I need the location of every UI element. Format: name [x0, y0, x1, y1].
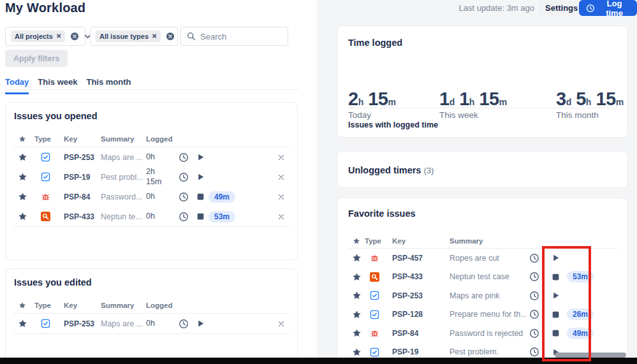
issue-key[interactable]: PSP-19	[384, 347, 444, 356]
stat-unit: d	[450, 97, 455, 107]
chip-remove-icon[interactable]: ✕	[56, 33, 61, 40]
play-icon[interactable]	[192, 172, 209, 182]
column-summary: Summary	[444, 237, 526, 245]
settings-button[interactable]: Settings	[538, 1, 585, 15]
issue-key[interactable]: PSP-253	[60, 153, 101, 162]
stat-this-week: 1d1h15m This week	[439, 89, 507, 120]
chip-remove-icon[interactable]: ✕	[152, 33, 157, 40]
issue-key[interactable]: PSP-19	[60, 173, 101, 182]
log-time-icon[interactable]	[526, 291, 543, 301]
issue-type-filter-chip[interactable]: All issue types ✕	[96, 31, 161, 42]
stat-value: 1	[459, 89, 469, 109]
column-type: Type	[365, 237, 384, 245]
log-time-icon[interactable]	[526, 328, 543, 339]
star-icon[interactable]	[14, 319, 31, 328]
issue-summary[interactable]: Ropes are cut	[444, 254, 526, 263]
issue-summary[interactable]: Maps are ...	[101, 153, 146, 162]
log-time-icon[interactable]	[175, 152, 192, 163]
tab-this-month[interactable]: This month	[86, 77, 131, 94]
issue-key[interactable]: PSP-253	[384, 291, 444, 300]
issue-summary[interactable]: Neptun test case	[444, 272, 526, 281]
project-filter-chip[interactable]: All projects ✕	[11, 31, 65, 42]
column-summary: Summary	[101, 302, 146, 309]
stat-value: 3	[556, 89, 566, 109]
issue-key[interactable]: PSP-433	[60, 212, 101, 221]
issue-summary[interactable]: Pest problem.	[444, 347, 526, 356]
log-time-icon[interactable]	[175, 172, 192, 182]
stat-unit: m	[616, 97, 624, 107]
star-icon[interactable]	[348, 253, 365, 263]
star-icon[interactable]	[348, 272, 365, 282]
task-icon	[31, 172, 60, 182]
search-icon	[187, 32, 196, 41]
clear-icon[interactable]	[166, 32, 175, 41]
issue-summary[interactable]: Neptun te...	[101, 212, 146, 221]
issues-edited-card: Issues you edited Type Key Summary Logge…	[5, 268, 298, 364]
issue-type-filter-select[interactable]: All issue types ✕	[90, 27, 178, 46]
stop-icon[interactable]	[192, 212, 209, 221]
log-time-icon[interactable]	[175, 319, 192, 329]
column-type: Type	[31, 135, 60, 143]
close-icon[interactable]	[274, 173, 289, 181]
star-icon[interactable]	[348, 310, 365, 319]
issue-summary[interactable]: Password...	[101, 193, 146, 201]
close-icon[interactable]	[274, 213, 289, 221]
star-icon[interactable]	[14, 192, 31, 201]
search-box[interactable]	[180, 27, 288, 46]
project-filter-chip-label: All projects	[15, 33, 53, 40]
clear-icon[interactable]	[70, 32, 79, 41]
star-column-icon	[14, 302, 31, 309]
log-time-icon[interactable]	[526, 347, 543, 357]
issues-opened-card: Issues you opened Type Key Summary Logge…	[5, 102, 298, 260]
search-input[interactable]	[200, 32, 277, 41]
close-icon[interactable]	[274, 154, 289, 161]
log-time-icon[interactable]	[526, 272, 543, 282]
issue-key[interactable]: PSP-128	[384, 310, 444, 319]
apply-filters-button[interactable]: Apply filters	[5, 50, 68, 67]
log-time-icon[interactable]	[175, 192, 192, 202]
log-time-icon[interactable]	[175, 212, 192, 222]
project-filter-select[interactable]: All projects ✕	[5, 27, 85, 46]
table-row: PSP-253 Maps are ... 0h	[14, 314, 289, 333]
star-icon[interactable]	[14, 152, 31, 162]
unlogged-timers-count: (3)	[423, 166, 434, 175]
star-icon[interactable]	[348, 347, 365, 357]
table-header: Type Key Summary Logged	[14, 298, 289, 313]
close-icon[interactable]	[274, 193, 289, 201]
logged-value: 0h	[146, 152, 175, 163]
issue-summary[interactable]: Prepare menu for th...	[444, 310, 526, 319]
log-time-icon[interactable]	[526, 253, 543, 263]
close-icon[interactable]	[274, 320, 289, 328]
clock-icon	[586, 4, 595, 13]
table-row: PSP-433 Neptun te... 0h 53m	[14, 207, 289, 226]
star-icon[interactable]	[14, 172, 31, 182]
issue-key[interactable]: PSP-253	[60, 319, 101, 328]
issue-key[interactable]: PSP-84	[384, 329, 444, 338]
task-icon	[365, 310, 384, 319]
play-icon[interactable]	[192, 319, 209, 328]
stop-icon[interactable]	[192, 192, 209, 201]
play-icon[interactable]	[192, 152, 209, 162]
issue-key[interactable]: PSP-457	[384, 254, 444, 263]
table-row: PSP-253 Maps are ... 0h	[14, 147, 289, 167]
star-icon[interactable]	[14, 212, 31, 221]
stat-this-month: 3d5h15m This month	[556, 89, 624, 120]
timer-badge: 53m	[209, 211, 235, 222]
issue-key[interactable]: PSP-84	[60, 193, 101, 201]
issues-with-logged-time-toggle[interactable]: Issues with logged time	[348, 120, 438, 129]
issue-summary[interactable]: Pest probl...	[101, 173, 146, 182]
issue-key[interactable]: PSP-433	[384, 272, 444, 281]
issue-summary[interactable]: Maps are ...	[101, 319, 146, 328]
tab-today[interactable]: Today	[5, 77, 29, 94]
star-icon[interactable]	[348, 291, 365, 300]
star-icon[interactable]	[348, 328, 365, 338]
stat-unit: h	[469, 97, 475, 107]
stat-value: 2	[348, 89, 358, 109]
issue-summary[interactable]: Maps are pink	[444, 291, 526, 300]
page-title: My Workload	[5, 1, 85, 15]
log-time-icon[interactable]	[526, 309, 543, 319]
tab-this-week[interactable]: This week	[38, 77, 77, 94]
log-time-button[interactable]: Log time	[579, 0, 637, 16]
log-time-button-label: Log time	[599, 0, 630, 18]
issue-summary[interactable]: Password is rejected	[444, 329, 526, 338]
